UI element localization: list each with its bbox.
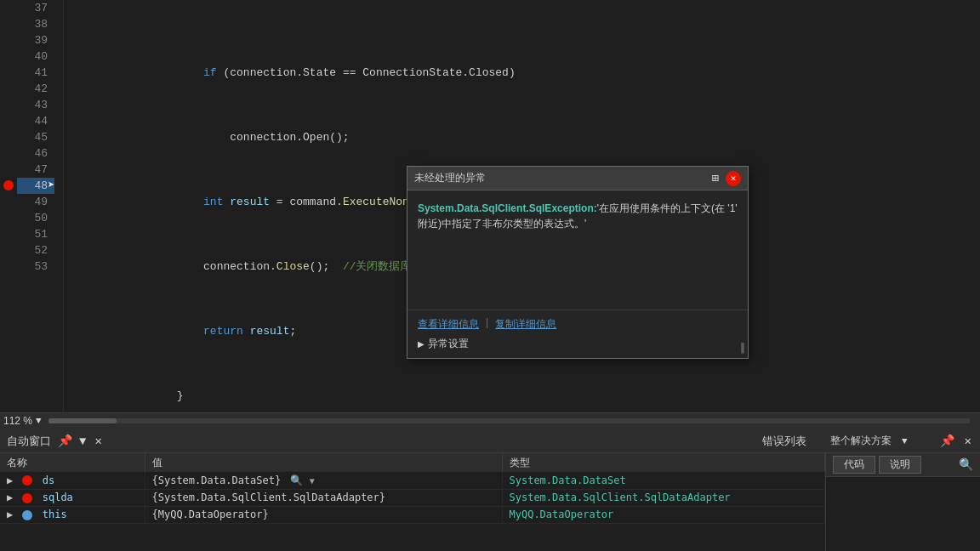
link-separator: |: [484, 317, 490, 332]
var-type-ds: System.Data.DataSet: [502, 472, 825, 489]
zoom-level: 112 %: [3, 415, 32, 427]
dialog-close-button[interactable]: ✕: [726, 171, 741, 186]
var-type-sqlda: System.Data.SqlClient.SqlDataAdapter: [502, 489, 825, 506]
var-label-ds: ds: [43, 474, 54, 486]
bottom-toolbar-right: 错误列表 整个解决方案 ▼ 📌 ✕: [762, 432, 973, 450]
magnifier-icon-ds[interactable]: 🔍: [290, 474, 303, 486]
right-panel-pin-icon[interactable]: 📌: [938, 432, 956, 450]
var-type-this: MyQQ.DataOperator: [502, 506, 825, 523]
right-panel-header: 代码 说明 🔍: [826, 453, 980, 477]
right-panel-close-button[interactable]: ✕: [963, 432, 973, 450]
col-type: 类型: [502, 453, 825, 472]
exception-dialog: 未经处理的异常 ⊞ ✕ System.Data.SqlClient.SqlExc…: [407, 166, 749, 359]
right-panel-title: 错误列表: [762, 434, 806, 449]
dialog-footer: 查看详细信息 | 复制详细信息 ▶ 异常设置 ▐: [407, 310, 748, 358]
search-button[interactable]: 🔍: [959, 457, 973, 472]
note-button[interactable]: 说明: [879, 456, 921, 474]
code-line-42: }: [71, 372, 980, 388]
panel-pin-icon[interactable]: 📌: [58, 434, 72, 448]
exception-text: System.Data.SqlClient.SqlException:'在应用使…: [418, 201, 738, 231]
code-line-37: if (connection.State == ConnectionState.…: [71, 48, 980, 65]
bottom-content: 名称 值 类型 ▶ ds {System.Data.Dat: [0, 453, 980, 551]
zoom-down-arrow[interactable]: ▼: [36, 416, 42, 426]
col-value: 值: [145, 453, 502, 472]
var-label-sqlda: sqlda: [43, 491, 73, 503]
table-row[interactable]: ▶ sqlda {System.Data.SqlClient.SqlDataAd…: [0, 489, 825, 506]
panel-down-icon[interactable]: ▼: [79, 435, 86, 448]
copy-link[interactable]: 复制详细信息: [495, 317, 556, 332]
bottom-toolbar-left: 自动窗口 📌 ▼ ✕: [7, 432, 104, 450]
expand-icon-this[interactable]: ▶: [7, 508, 13, 520]
dialog-controls: ⊞ ✕: [709, 169, 741, 187]
horizontal-scrollbar[interactable]: [48, 418, 970, 423]
expand-icon-ds[interactable]: ▶: [7, 474, 13, 486]
line-numbers: 37 38 39 40 41 42 43 44 45 46 47 48 49 5…: [17, 0, 64, 412]
table-row[interactable]: ▶ this {MyQQ.DataOperator} MyQQ.DataOper…: [0, 506, 825, 523]
dialog-pin-button[interactable]: ⊞: [709, 169, 722, 187]
code-line-38: connection.Open();: [71, 113, 980, 129]
var-status-icon-sqlda: [22, 493, 32, 503]
scrollbar-area: 112 % ▼: [0, 412, 980, 428]
var-name-sqlda: ▶ sqlda: [0, 489, 145, 506]
dropdown-arrow[interactable]: ▼: [902, 436, 908, 446]
variables-panel: 名称 值 类型 ▶ ds {System.Data.Dat: [0, 453, 825, 551]
exception-settings[interactable]: ▶ 异常设置: [418, 337, 738, 351]
dialog-links: 查看详细信息 | 复制详细信息: [418, 317, 738, 332]
magnifier-dropdown-ds[interactable]: ▼: [310, 476, 315, 486]
variables-table: 名称 值 类型 ▶ ds {System.Data.Dat: [0, 453, 825, 524]
expand-arrow-icon: ▶: [418, 339, 424, 349]
bottom-panel: 自动窗口 📌 ▼ ✕ 错误列表 整个解决方案 ▼ 📌 ✕ 名称 值 类型: [0, 428, 980, 551]
dialog-body: System.Data.SqlClient.SqlException:'在应用使…: [407, 190, 748, 310]
editor-area: 37 38 39 40 41 42 43 44 45 46 47 48 49 5…: [0, 0, 980, 412]
breakpoint-gutter: [0, 0, 17, 412]
panel-title: 自动窗口: [7, 434, 51, 449]
var-status-icon-this: [22, 510, 32, 520]
col-name: 名称: [0, 453, 145, 472]
details-link[interactable]: 查看详细信息: [418, 317, 479, 332]
var-label-this: this: [43, 508, 67, 520]
table-row[interactable]: ▶ ds {System.Data.DataSet} 🔍 ▼ System.Da…: [0, 472, 825, 489]
var-value-sqlda: {System.Data.SqlClient.SqlDataAdapter}: [145, 489, 502, 506]
var-name-ds: ▶ ds: [0, 472, 145, 489]
expand-icon-sqlda[interactable]: ▶: [7, 491, 13, 503]
solution-dropdown-label: 整个解决方案: [830, 434, 892, 448]
table-header: 名称 值 类型: [0, 453, 825, 472]
var-name-this: ▶ this: [0, 506, 145, 523]
exception-settings-label: 异常设置: [428, 337, 469, 351]
right-panel-buttons: 代码 说明: [833, 456, 921, 474]
bottom-toolbar: 自动窗口 📌 ▼ ✕ 错误列表 整个解决方案 ▼ 📌 ✕: [0, 429, 980, 453]
dialog-titlebar: 未经处理的异常 ⊞ ✕: [407, 167, 748, 190]
dialog-resize-handle[interactable]: ▐: [738, 343, 744, 355]
var-status-icon-ds: [22, 475, 32, 486]
panel-close-button[interactable]: ✕: [93, 432, 103, 450]
var-value-ds: {System.Data.DataSet} 🔍 ▼: [145, 472, 502, 489]
var-value-this: {MyQQ.DataOperator}: [145, 506, 502, 523]
exception-type: System.Data.SqlClient.SqlException:: [418, 202, 597, 214]
code-button[interactable]: 代码: [833, 456, 875, 474]
right-panel: 代码 说明 🔍: [825, 453, 980, 551]
dialog-title: 未经处理的异常: [414, 171, 486, 185]
current-line-arrow: ➤: [48, 178, 54, 192]
